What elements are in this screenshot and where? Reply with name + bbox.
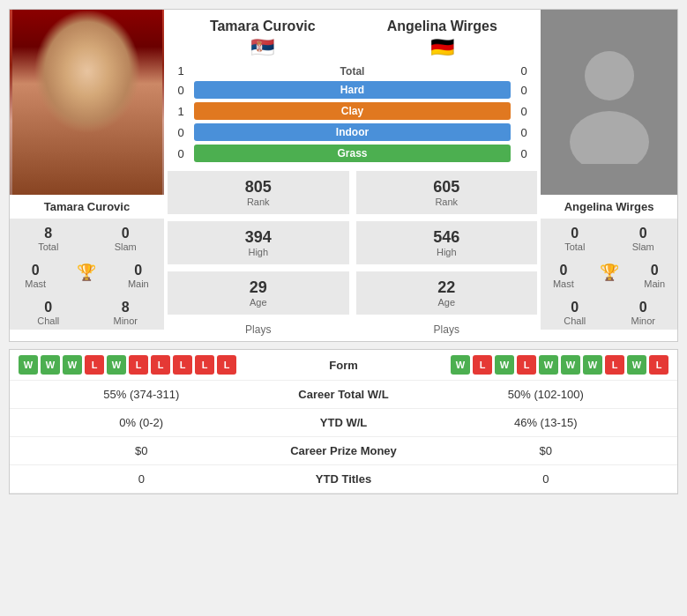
left-main-label: Main xyxy=(116,278,161,289)
right-mast-value: 0 xyxy=(544,263,583,278)
left-player-name: Tamara Curovic xyxy=(10,195,164,219)
form-badge: L xyxy=(129,355,148,375)
center-left-name: Tamara Curovic xyxy=(173,10,353,36)
hard-row: 0 Hard 0 xyxy=(168,79,537,100)
left-chall-cell: 0 Chall xyxy=(10,293,87,330)
grass-left-score: 0 xyxy=(168,147,194,160)
right-high-center: 546 xyxy=(360,228,534,247)
left-form-badges: WWWLWLLLLL xyxy=(19,355,291,375)
left-trophy-cell: 🏆 xyxy=(61,256,112,293)
right-player-stats: 0 Total 0 Slam 0 Mast 🏆 xyxy=(541,219,677,330)
stat-row-left-value: 55% (374-311) xyxy=(19,388,265,401)
form-badge: W xyxy=(107,355,126,375)
stat-row-label: Career Prize Money xyxy=(265,444,423,457)
left-chall-label: Chall xyxy=(13,315,84,326)
right-chall-label: Chall xyxy=(544,315,606,326)
total-label: Total xyxy=(194,65,511,78)
left-total-label: Total xyxy=(13,241,84,252)
stat-row-right-value: 50% (102-100) xyxy=(423,388,669,401)
left-plays-label: Plays xyxy=(164,318,353,341)
form-badge: L xyxy=(85,355,104,375)
right-slam-value: 0 xyxy=(613,226,675,241)
center-left-flag: 🇷🇸 xyxy=(173,36,353,63)
right-player-name: Angelina Wirges xyxy=(541,195,677,219)
form-badge: L xyxy=(605,355,624,375)
left-rank-label-center: Rank xyxy=(171,197,346,207)
center-right-flag: 🇩🇪 xyxy=(353,36,533,63)
right-trophy-cell: 🏆 xyxy=(586,256,632,293)
surface-rows: 1 Total 0 0 Hard 0 1 Clay 0 0 xyxy=(164,63,541,164)
form-badge: W xyxy=(627,355,646,375)
right-chall-value: 0 xyxy=(544,300,606,315)
right-player-block: Angelina Wirges 0 Total 0 Slam 0 xyxy=(541,10,677,341)
left-rank-center: 805 xyxy=(171,178,346,197)
center-right-name: Angelina Wirges xyxy=(353,10,533,36)
form-badge: L xyxy=(151,355,170,375)
form-badge: W xyxy=(495,355,514,375)
left-main-cell: 0 Main xyxy=(113,256,164,293)
indoor-row: 0 Indoor 0 xyxy=(168,122,537,143)
right-player-photo xyxy=(541,10,677,195)
form-badge: L xyxy=(217,355,236,375)
bottom-section: WWWLWLLLLL Form WLWLWWWLWL 55% (374-311)… xyxy=(9,349,678,494)
center-block: Tamara Curovic 🇷🇸 Angelina Wirges 🇩🇪 1 T… xyxy=(164,10,541,341)
left-age-center: 29 xyxy=(171,278,346,297)
right-form-badges: WLWLWWWLWL xyxy=(397,355,669,375)
form-badge: L xyxy=(473,355,492,375)
form-badge: W xyxy=(539,355,558,375)
form-badge: W xyxy=(41,355,60,375)
clay-row: 1 Clay 0 xyxy=(168,100,537,122)
grass-right-score: 0 xyxy=(511,147,537,160)
indoor-badge: Indoor xyxy=(194,123,511,141)
form-badge: W xyxy=(583,355,602,375)
right-minor-cell: 0 Minor xyxy=(609,293,678,330)
left-main-value: 0 xyxy=(116,263,161,278)
left-chall-value: 0 xyxy=(13,300,84,315)
form-badge: L xyxy=(195,355,214,375)
left-age-label-center: Age xyxy=(171,297,346,308)
left-minor-cell: 8 Minor xyxy=(87,293,165,330)
form-badge: W xyxy=(451,355,470,375)
stat-row-label: YTD W/L xyxy=(265,416,423,429)
form-badge: L xyxy=(173,355,192,375)
svg-point-0 xyxy=(585,51,634,100)
main-container: Tamara Curovic 8 Total 0 Slam 0 xyxy=(0,0,687,503)
stat-rows-container: 55% (374-311)Career Total W/L50% (102-10… xyxy=(10,381,677,494)
form-label: Form xyxy=(291,359,397,372)
left-mast-value: 0 xyxy=(13,263,57,278)
total-left-score: 1 xyxy=(168,64,194,78)
left-high-label-center: High xyxy=(171,247,346,257)
stat-row-label: Career Total W/L xyxy=(265,388,423,401)
left-trophy-icon: 🏆 xyxy=(64,263,108,282)
right-rank-label-center: Rank xyxy=(360,197,534,207)
hard-badge: Hard xyxy=(194,81,511,99)
stat-row-label: YTD Titles xyxy=(265,472,423,486)
form-badge: W xyxy=(19,355,38,375)
stat-row: $0Career Prize Money$0 xyxy=(10,437,677,465)
indoor-right-score: 0 xyxy=(511,126,537,139)
stat-row-right-value: $0 xyxy=(423,444,669,457)
right-slam-cell: 0 Slam xyxy=(609,219,678,256)
left-player-photo xyxy=(10,10,164,195)
clay-badge: Clay xyxy=(194,102,511,120)
left-high-center: 394 xyxy=(171,228,346,247)
left-minor-label: Minor xyxy=(91,315,161,326)
clay-left-score: 1 xyxy=(168,105,194,118)
grass-row: 0 Grass 0 xyxy=(168,143,537,164)
right-main-cell: 0 Main xyxy=(631,256,677,293)
form-badge: L xyxy=(517,355,536,375)
right-rank-center: 605 xyxy=(360,178,534,197)
stat-row-left-value: 0 xyxy=(19,472,265,486)
right-age-label-center: Age xyxy=(360,297,534,308)
left-slam-cell: 0 Slam xyxy=(87,219,165,256)
right-trophy-icon: 🏆 xyxy=(590,263,629,282)
stat-row-right-value: 46% (13-15) xyxy=(423,416,669,429)
stat-row-right-value: 0 xyxy=(423,472,669,486)
hard-right-score: 0 xyxy=(511,84,537,97)
right-plays-label: Plays xyxy=(353,318,541,341)
stat-row-left-value: $0 xyxy=(19,444,265,457)
right-minor-label: Minor xyxy=(613,315,675,326)
right-mast-cell: 0 Mast xyxy=(541,256,586,293)
left-total-value: 8 xyxy=(13,226,84,241)
right-main-value: 0 xyxy=(635,263,674,278)
